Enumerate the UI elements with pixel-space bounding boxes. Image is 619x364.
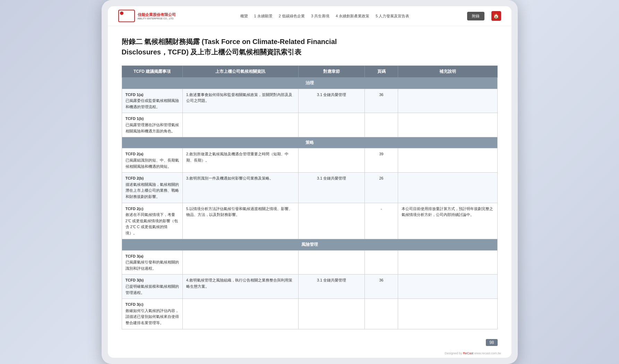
logo-area: 佳能企業股份有限公司 ABILITY ENTERPRISE CO., LTD. [118,10,176,22]
cell-tcfd-id: TCFD 1(b)已揭露管理層在評估和管理氣候相關風險和機遇方面的角色。 [122,113,182,137]
nav-links: 概覽 1 永續願景 2 低碳綠色企業 3 共生善境 4 永續創新產業政策 5 人… [190,14,460,19]
cell-page: 36 [365,275,398,299]
cell-listed: 2.敘別所做選之氣候風險及機遇合管理重要之時間（短期、中期、長期）。 [182,148,298,173]
col-header-listed: 上市上櫃公司氣候相關資訊 [182,66,298,78]
nav-item-0[interactable]: 概覽 [240,14,248,19]
cell-listed: 4.敘明氣候管理之風險組織，執行公告相關之業務整合與利用策略生態方案。 [182,275,298,299]
cell-listed: 1.敘述董事會如何得知和監督相關氣候政策，並關閉對內部及及公司之問題。 [182,89,298,113]
nav-item-1[interactable]: 1 永續願景 [254,14,273,19]
cell-listed: 5.以情境分析方法評估氣候引發和氣候過渡相關之情境、影響、物品、方法，以及對財務… [182,203,298,239]
page-footer: 98 [108,336,511,350]
cell-section [299,148,365,173]
cell-tcfd-id: TCFD 2(b)描述氣候相關風險，氣候相關的潛在上市上櫃公司的業務、戰略和財務… [122,173,182,203]
cell-note [398,299,497,329]
col-header-tcfd: TCFD 建議揭露事項 [122,66,182,78]
tcfd-table: TCFD 建議揭露事項 上市上櫃公司氣候相關資訊 對應章節 頁碼 補充說明 治理… [122,66,498,329]
cell-section: 3.1 全鏈共榮管理 [299,89,365,113]
cell-tcfd-id: TCFD 2(a)已揭露組識別的短、中、長期氣候相關風險和機遇的簡短。 [122,148,182,173]
table-row: TCFD 3(b)已提明確氣候規模和氣候相關的管理過程。4.敘明氣候管理之風險組… [122,275,497,299]
nav-item-4[interactable]: 4 永續創新產業政策 [336,14,369,19]
nav-item-2[interactable]: 2 低碳綠色企業 [279,14,305,19]
main-content: 附錄二 氣候相關財務揭露 (Task Force on Climate-Rela… [108,26,511,336]
cell-note [398,250,497,275]
logo-cn: 佳能企業股份有限公司 [138,12,176,17]
cell-page: 39 [365,148,398,173]
col-header-page: 頁碼 [365,66,398,78]
cell-note [398,89,497,113]
nav-item-3[interactable]: 3 共生善境 [311,14,329,19]
cell-note [398,113,497,137]
cell-section [299,299,365,329]
table-row: TCFD 1(b)已揭露管理層在評估和管理氣候相關風險和機遇方面的角色。 [122,113,497,137]
table-row: TCFD 2(a)已揭露組識別的短、中、長期氣候相關風險和機遇的簡短。2.敘別所… [122,148,497,173]
cell-section: 3.1 全鏈共榮管理 [299,275,365,299]
cell-page: 26 [365,173,398,203]
cell-tcfd-id: TCFD 3(a)已揭露氣候引發和的氣候相關的識別和評估過程。 [122,250,182,275]
cell-note [398,173,497,203]
page-title: 附錄二 氣候相關財務揭露 (Task Force on Climate-Rela… [122,36,498,57]
table-row: TCFD 2(b)描述氣候相關風險，氣候相關的潛在上市上櫃公司的業務、戰略和財務… [122,173,497,203]
col-header-section: 對應章節 [299,66,365,78]
col-header-note: 補充說明 [398,66,497,78]
tablet-frame: 佳能企業股份有限公司 ABILITY ENTERPRISE CO., LTD. … [102,0,518,364]
cell-section [299,250,365,275]
cell-page [365,250,398,275]
cell-listed: 3.敘明所識別一件及機遇如何影響公司業務及策略。 [182,173,298,203]
appendix-button[interactable]: 附錄 [467,12,484,20]
cell-page [365,113,398,137]
cell-section [299,203,365,239]
cell-tcfd-id: TCFD 3(b)已提明確氣候規模和氣候相關的管理過程。 [122,275,182,299]
logo-text: 佳能企業股份有限公司 ABILITY ENTERPRISE CO., LTD. [138,12,176,20]
cell-listed [182,299,298,329]
tablet-inner: 佳能企業股份有限公司 ABILITY ENTERPRISE CO., LTD. … [108,6,511,357]
table-row: TCFD 1(a)已揭露委任或監督氣候相關風險和機遇的管理流程。1.敘述董事會如… [122,89,497,113]
cell-listed [182,250,298,275]
watermark: Designed by ReCast www.recast.com.tw [108,350,511,358]
page-number: 98 [486,339,497,346]
table-row: TCFD 3(a)已揭露氣候引發和的氣候相關的識別和評估過程。 [122,250,497,275]
home-icon[interactable]: 🏠 [491,11,501,21]
cell-listed [182,113,298,137]
cell-note [398,148,497,173]
logo-en: ABILITY ENTERPRISE CO., LTD. [138,17,176,20]
cell-page: 36 [365,89,398,113]
cell-note [398,275,497,299]
cell-section [299,113,365,137]
cell-page: - [365,203,398,239]
logo-icon [118,10,135,22]
cell-tcfd-id: TCFD 2(c)敘述在不同氣候情境下，考量 2℃ 或更低氣候情境的影響（包含 … [122,203,182,239]
cell-section: 3.1 全鏈共榮管理 [299,173,365,203]
section-header-2: 風險管理 [122,239,497,250]
cell-tcfd-id: TCFD 1(a)已揭露委任或監督氣候相關風險和機遇的管理流程。 [122,89,182,113]
nav-item-5[interactable]: 5 人力發展及宣告表 [376,14,409,19]
section-header-0: 治理 [122,78,497,89]
table-row: TCFD 3(c)敘確如何引入氣候的評估內容，請描述已發別如何氣候來自使得整合建… [122,299,497,329]
cell-page [365,299,398,329]
cell-note: 本公司目前使用排放量計算方式，預計明年規劃完整之氣候情境分析方針，公司內部持續討… [398,203,497,239]
cell-tcfd-id: TCFD 3(c)敘確如何引入氣候的評估內容，請描述已發別如何氣候來自使得整合建… [122,299,182,329]
section-header-1: 策略 [122,137,497,148]
table-row: TCFD 2(c)敘述在不同氣候情境下，考量 2℃ 或更低氣候情境的影響（包含 … [122,203,497,239]
navbar: 佳能企業股份有限公司 ABILITY ENTERPRISE CO., LTD. … [108,6,511,26]
